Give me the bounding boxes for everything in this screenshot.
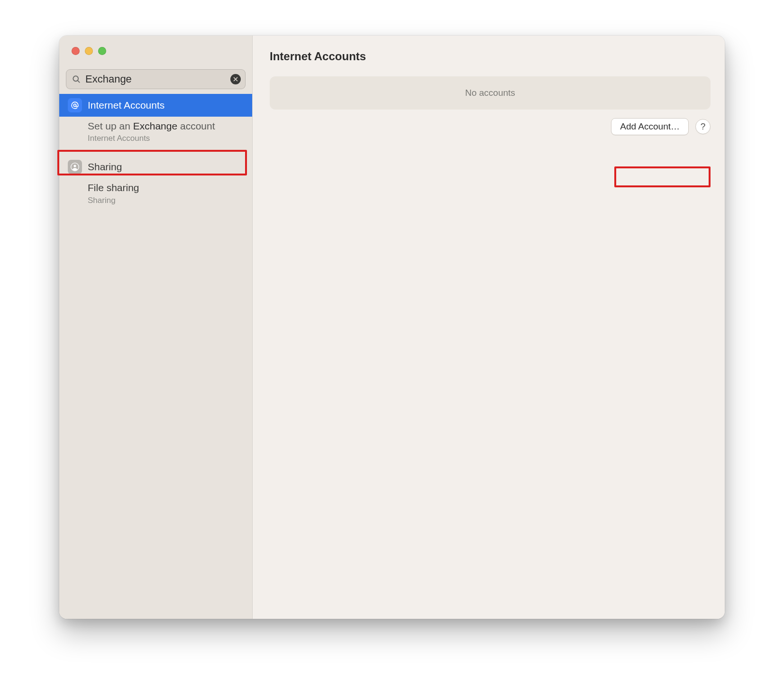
minimize-window-button[interactable]	[85, 47, 93, 55]
search-results: Internet Accounts Set up an Exchange acc…	[59, 94, 252, 209]
search-icon	[72, 74, 81, 84]
page-title: Internet Accounts	[270, 50, 711, 63]
search-field-container	[66, 69, 246, 89]
search-input[interactable]	[66, 69, 246, 89]
close-window-button[interactable]	[72, 47, 80, 55]
clear-search-button[interactable]	[230, 74, 241, 84]
window-controls	[59, 36, 252, 55]
subresult-title: File sharing	[88, 181, 246, 194]
help-button[interactable]: ?	[695, 119, 711, 134]
at-icon	[68, 98, 82, 112]
actions-row: Add Account… ?	[270, 118, 711, 135]
sidebar-item-sharing[interactable]: Sharing	[59, 156, 252, 178]
zoom-window-button[interactable]	[98, 47, 106, 55]
no-accounts-text: No accounts	[465, 88, 515, 98]
search-subresult-file-sharing[interactable]: File sharing Sharing	[59, 178, 252, 209]
svg-line-1	[78, 81, 80, 83]
svg-point-6	[74, 165, 76, 167]
subresult-title: Set up an Exchange account	[88, 120, 246, 133]
person-icon	[68, 160, 82, 174]
content-pane: Internet Accounts No accounts Add Accoun…	[253, 36, 725, 619]
no-accounts-placeholder: No accounts	[270, 76, 711, 110]
search-subresult-exchange[interactable]: Set up an Exchange account Internet Acco…	[59, 117, 252, 147]
sidebar-item-label: Internet Accounts	[88, 100, 164, 111]
sidebar-item-internet-accounts[interactable]: Internet Accounts	[59, 94, 252, 117]
sidebar-item-label: Sharing	[88, 161, 122, 173]
subresult-category: Sharing	[88, 196, 246, 205]
add-account-button[interactable]: Add Account…	[611, 118, 689, 135]
system-settings-window: Internet Accounts Set up an Exchange acc…	[59, 36, 725, 619]
subresult-category: Internet Accounts	[88, 134, 246, 143]
sidebar: Internet Accounts Set up an Exchange acc…	[59, 36, 253, 619]
